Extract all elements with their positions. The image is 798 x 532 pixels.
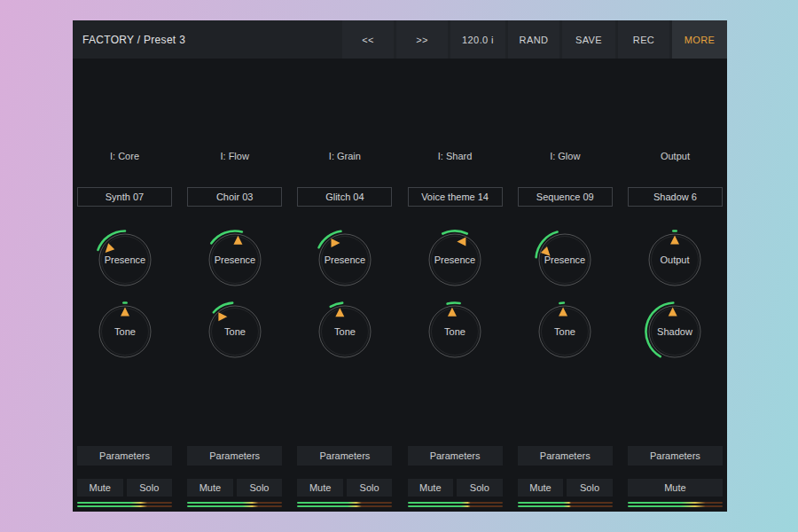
level-meter: [628, 502, 723, 507]
channel-output: OutputShadow 6OutputShadowParametersMute: [628, 59, 723, 512]
knob-pointer-icon: [218, 312, 227, 321]
mute-button[interactable]: Mute: [77, 479, 123, 497]
parameters-button[interactable]: Parameters: [77, 446, 172, 466]
save-button[interactable]: SAVE: [562, 20, 615, 59]
level-meter-bar: [77, 505, 172, 507]
preset-breadcrumb: FACTORY / Preset 3: [73, 20, 342, 59]
channel-i-grain: I: GrainGlitch 04PresenceToneParametersM…: [297, 59, 392, 512]
preset-selector[interactable]: Choir 03: [187, 187, 282, 207]
knob-label: Presence: [434, 254, 475, 265]
preset-selector[interactable]: Voice theme 14: [408, 187, 503, 207]
mute-solo-row: Mute: [628, 479, 723, 497]
tone-knob[interactable]: Tone: [94, 301, 156, 363]
knob-label: Tone: [114, 326, 136, 337]
mute-button[interactable]: Mute: [518, 479, 564, 497]
preset-selector[interactable]: Sequence 09: [518, 187, 613, 207]
level-meter-bar: [628, 505, 723, 507]
knob-label: Tone: [444, 326, 466, 337]
channel-label: I: Flow: [220, 151, 248, 163]
knob-label: Tone: [224, 326, 246, 337]
solo-button[interactable]: Solo: [237, 479, 283, 497]
channel-label: I: Glow: [550, 151, 580, 163]
knob-label: Presence: [214, 254, 254, 265]
tone-knob-graphic: Tone: [424, 301, 486, 363]
prev-button[interactable]: <<: [342, 20, 394, 59]
tone-knob[interactable]: Tone: [314, 301, 376, 363]
solo-button[interactable]: Solo: [567, 479, 613, 497]
level-meter: [297, 502, 392, 507]
channel-i-core: I: CoreSynth 07PresenceToneParametersMut…: [77, 59, 172, 512]
preset-selector[interactable]: Synth 07: [77, 187, 172, 207]
parameters-button[interactable]: Parameters: [628, 446, 723, 466]
channel-i-glow: I: GlowSequence 09PresenceToneParameters…: [518, 59, 613, 512]
top-bar-buttons: <<>>120.0 iRANDSAVERECMORE: [342, 20, 727, 59]
mute-solo-row: MuteSolo: [408, 479, 503, 497]
top-bar: FACTORY / Preset 3 <<>>120.0 iRANDSAVERE…: [73, 20, 727, 59]
presence-knob-graphic: Presence: [94, 229, 156, 291]
knob-value-arc: [448, 302, 460, 303]
knob-pointer-icon: [331, 239, 340, 247]
knob-pointer-icon: [457, 237, 466, 246]
preset-selector[interactable]: Shadow 6: [628, 187, 723, 207]
solo-button[interactable]: Solo: [127, 479, 173, 497]
level-meter-bar: [628, 502, 723, 504]
mute-button[interactable]: Mute: [408, 479, 454, 497]
level-meter: [518, 502, 613, 507]
output-knob[interactable]: Output: [644, 229, 706, 291]
rec-button[interactable]: REC: [618, 20, 669, 59]
channel-label: I: Core: [110, 151, 139, 163]
knob-value-arc: [442, 231, 466, 233]
knob-label: Presence: [544, 254, 585, 265]
knob-label: Tone: [334, 326, 356, 337]
channel-label: Output: [661, 151, 690, 163]
mute-button[interactable]: Mute: [187, 479, 233, 497]
tone-knob-graphic: Tone: [534, 301, 596, 363]
level-meter-bar: [408, 502, 503, 504]
mute-button[interactable]: Mute: [628, 479, 723, 497]
level-meter-bar: [297, 502, 392, 504]
solo-button[interactable]: Solo: [457, 479, 503, 497]
preset-selector[interactable]: Glitch 04: [297, 187, 392, 207]
level-meter-bar: [297, 505, 392, 507]
presence-knob[interactable]: Presence: [424, 229, 486, 291]
presence-knob[interactable]: Presence: [94, 229, 156, 291]
parameters-button[interactable]: Parameters: [187, 446, 282, 466]
presence-knob[interactable]: Presence: [204, 229, 266, 291]
tone-knob[interactable]: Tone: [534, 301, 596, 363]
level-meter: [77, 502, 172, 507]
shadow-knob-graphic: Shadow: [644, 301, 706, 363]
knob-label: Shadow: [658, 326, 693, 337]
mute-solo-row: MuteSolo: [518, 479, 613, 497]
level-meter-bar: [518, 502, 613, 504]
tone-knob-graphic: Tone: [314, 301, 376, 363]
presence-knob-graphic: Presence: [424, 229, 486, 291]
level-meter: [408, 502, 503, 507]
knob-label: Presence: [325, 254, 365, 265]
channel-label: I: Grain: [329, 151, 361, 163]
rand-button[interactable]: RAND: [508, 20, 559, 59]
next-button[interactable]: >>: [396, 20, 448, 59]
channel-i-shard: I: ShardVoice theme 14PresenceToneParame…: [408, 59, 503, 512]
presence-knob[interactable]: Presence: [314, 229, 376, 291]
tone-knob[interactable]: Tone: [204, 301, 266, 363]
solo-button[interactable]: Solo: [347, 479, 393, 497]
tone-knob-graphic: Tone: [94, 301, 156, 363]
more-button[interactable]: MORE: [672, 20, 727, 59]
presence-knob-graphic: Presence: [204, 229, 266, 291]
parameters-button[interactable]: Parameters: [297, 446, 392, 466]
level-meter-bar: [518, 505, 613, 507]
tempo-display[interactable]: 120.0 i: [450, 20, 505, 59]
channel-i-flow: I: FlowChoir 03PresenceToneParametersMut…: [187, 59, 282, 512]
mute-solo-row: MuteSolo: [77, 479, 172, 497]
mute-solo-row: MuteSolo: [187, 479, 282, 497]
mute-button[interactable]: Mute: [297, 479, 343, 497]
shadow-knob[interactable]: Shadow: [644, 301, 706, 363]
tone-knob-graphic: Tone: [204, 301, 266, 363]
output-knob-graphic: Output: [644, 229, 706, 291]
knob-label: Presence: [104, 254, 145, 265]
mute-solo-row: MuteSolo: [297, 479, 392, 497]
parameters-button[interactable]: Parameters: [408, 446, 503, 466]
parameters-button[interactable]: Parameters: [518, 446, 613, 466]
tone-knob[interactable]: Tone: [424, 301, 486, 363]
presence-knob[interactable]: Presence: [534, 229, 596, 291]
